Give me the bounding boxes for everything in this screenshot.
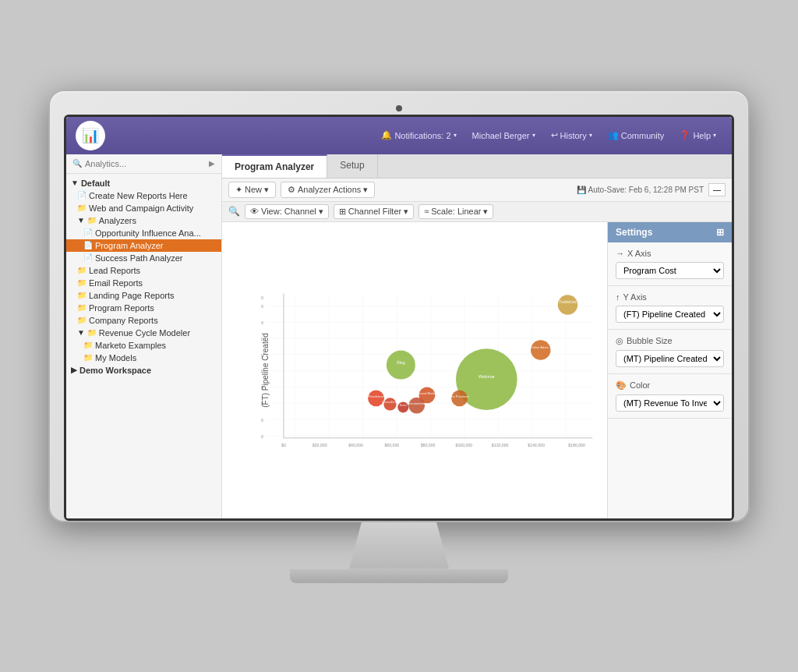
folder-icon: 📁 — [77, 203, 87, 212]
monitor-body: 📊 🔔 Notifications: 2 ▾ Michael Berger ▾ — [48, 90, 750, 522]
tab-setup[interactable]: Setup — [327, 154, 377, 178]
help-label: Help — [693, 131, 711, 140]
monitor-base — [290, 569, 508, 583]
channel-caret: ▾ — [404, 207, 408, 217]
folder-icon-6: 📁 — [77, 303, 87, 312]
analyzer-actions-button[interactable]: ⚙ Analyzer Actions ▾ — [281, 182, 375, 198]
svg-text:$80,000: $80,000 — [421, 443, 436, 447]
notifications-button[interactable]: 🔔 Notifications: 2 ▾ — [375, 127, 462, 143]
sidebar-item-company-reports[interactable]: 📁 Company Reports — [66, 314, 221, 327]
chart-svg: $0 $100,000 $200,000 $300,000 $400,000 $… — [261, 230, 599, 511]
svg-text:$900,000: $900,000 — [261, 295, 263, 299]
history-button[interactable]: ↩ History ▾ — [545, 127, 598, 143]
view-dropdown[interactable]: 👁 View: Channel ▾ — [245, 204, 329, 219]
sidebar-item-create-new[interactable]: 📄 Create New Reports Here — [66, 189, 221, 202]
settings-header: Settings ⊞ — [608, 222, 732, 242]
svg-text:$0: $0 — [281, 443, 286, 447]
settings-bubble-size: ◎ Bubble Size (MT) Pipeline Created — [608, 330, 732, 374]
x-axis-select[interactable]: Program Cost — [616, 262, 724, 279]
settings-panel: Settings ⊞ → X Axis Program Co — [607, 222, 732, 518]
report-icon: 📄 — [83, 228, 93, 237]
settings-x-axis: → X Axis Program Cost — [608, 242, 732, 286]
tab-program-analyzer[interactable]: Program Analyzer — [222, 154, 327, 178]
sidebar-item-program-reports[interactable]: 📁 Program Reports — [66, 302, 221, 314]
community-label: Community — [621, 131, 665, 140]
svg-text:$60,000: $60,000 — [384, 443, 399, 447]
settings-expand-icon: ⊞ — [716, 227, 724, 238]
folder-icon-8: ▼ 📁 — [77, 328, 97, 337]
search-input[interactable] — [85, 159, 209, 168]
bubble-size-select[interactable]: (MT) Pipeline Created — [616, 350, 724, 367]
new-caret: ▾ — [264, 185, 269, 195]
filter-bar: 🔍 👁 View: Channel ▾ ⊞ Channel Filter ▾ — [222, 202, 732, 222]
notifications-label: Notifications: 2 — [394, 131, 450, 140]
x-axis-title: → X Axis — [616, 249, 724, 258]
subfolder-icon: 📁 — [83, 341, 93, 349]
x-axis-icon: → — [616, 249, 624, 258]
monitor-wrapper: 📊 🔔 Notifications: 2 ▾ Michael Berger ▾ — [48, 90, 750, 583]
svg-text:$180,000: $180,000 — [568, 443, 585, 447]
folder-icon-5: 📁 — [77, 291, 87, 299]
sidebar-item-my-models[interactable]: 📁 My Models — [66, 352, 221, 364]
user-label: Michael Berger — [472, 131, 530, 140]
svg-rect-0 — [266, 293, 595, 437]
channel-icon: ⊞ — [339, 207, 346, 217]
channel-filter-dropdown[interactable]: ⊞ Channel Filter ▾ — [334, 204, 414, 219]
sidebar-item-demo-workspace[interactable]: ▶ Demo Workspace — [66, 364, 221, 377]
notifications-caret: ▾ — [454, 132, 457, 139]
sidebar-item-program-analyzer[interactable]: 📄 Program Analyzer — [66, 239, 221, 252]
actions-caret: ▾ — [363, 185, 368, 195]
community-icon: 👥 — [608, 130, 619, 140]
svg-point-22 — [531, 340, 550, 359]
logo-icon: 📊 — [82, 127, 99, 144]
svg-text:Tradeshow: Tradeshow — [559, 300, 577, 304]
svg-text:Webinar: Webinar — [478, 374, 495, 379]
y-axis-select[interactable]: (FT) Pipeline Created — [616, 306, 724, 323]
community-button[interactable]: 👥 Community — [602, 127, 671, 143]
svg-text:Blog: Blog — [397, 359, 404, 364]
content-area: Program Analyzer Setup ✦ New ▾ — [222, 154, 732, 518]
sidebar-item-default[interactable]: ▼ Default — [66, 177, 221, 189]
main-layout: 🔍 ▶ ▼ Default 📄 Create New Reports — [66, 154, 732, 518]
view-caret: ▾ — [319, 207, 323, 217]
settings-color: 🎨 Color (MT) Revenue To Investment — [608, 374, 732, 419]
minimize-button[interactable]: — — [708, 183, 726, 196]
svg-point-20 — [558, 295, 577, 314]
user-menu[interactable]: Michael Berger ▾ — [466, 128, 542, 143]
help-icon: ❓ — [680, 130, 690, 140]
sidebar-item-landing-page-reports[interactable]: 📁 Landing Page Reports — [66, 289, 221, 302]
sidebar: 🔍 ▶ ▼ Default 📄 Create New Reports — [66, 154, 222, 518]
sidebar-item-email-reports[interactable]: 📁 Email Reports — [66, 277, 221, 289]
view-icon: 👁 — [250, 207, 259, 216]
sidebar-item-marketo-examples[interactable]: 📁 Marketo Examples — [66, 339, 221, 352]
scale-caret: ▾ — [483, 207, 488, 217]
new-icon: ✦ — [235, 185, 242, 195]
scale-dropdown[interactable]: ≈ Scale: Linear ▾ — [418, 204, 493, 219]
svg-point-32 — [451, 390, 468, 406]
report-icon-2: 📄 — [83, 253, 93, 262]
file-icon: 📄 — [77, 191, 87, 200]
y-axis-title: ↑ Y Axis — [616, 292, 724, 302]
color-select[interactable]: (MT) Revenue To Investment — [616, 394, 724, 412]
sidebar-item-opp-influence[interactable]: 📄 Opportunity Influence Ana... — [66, 227, 221, 239]
tabs-bar: Program Analyzer Setup — [222, 154, 732, 179]
sidebar-item-web-campaign[interactable]: 📁 Web and Campaign Activity — [66, 202, 221, 214]
svg-point-36 — [383, 398, 396, 410]
svg-point-26 — [387, 350, 415, 379]
color-icon: 🎨 — [616, 380, 627, 391]
logo: 📊 — [76, 121, 105, 150]
sidebar-item-revenue-cycle[interactable]: ▼ 📁 Revenue Cycle Modeler — [66, 327, 221, 339]
help-caret: ▾ — [713, 132, 716, 139]
app: 📊 🔔 Notifications: 2 ▾ Michael Berger ▾ — [66, 117, 732, 518]
bubble-icon: ◎ — [616, 336, 623, 346]
folder-icon-4: 📁 — [77, 278, 87, 287]
new-button[interactable]: ✦ New ▾ — [228, 182, 276, 198]
help-button[interactable]: ❓ Help ▾ — [673, 127, 722, 143]
y-axis-label: (FT) Pipeline Created — [261, 333, 270, 408]
sidebar-item-success-path[interactable]: 📄 Success Path Analyzer — [66, 252, 221, 264]
top-nav-items: 🔔 Notifications: 2 ▾ Michael Berger ▾ ↩ … — [375, 127, 722, 143]
sidebar-item-lead-reports[interactable]: 📁 Lead Reports — [66, 264, 221, 277]
svg-text:$40,000: $40,000 — [348, 443, 363, 447]
top-nav: 📊 🔔 Notifications: 2 ▾ Michael Berger ▾ — [66, 117, 732, 154]
sidebar-item-analyzers[interactable]: ▼ 📁 Analyzers — [66, 214, 221, 227]
